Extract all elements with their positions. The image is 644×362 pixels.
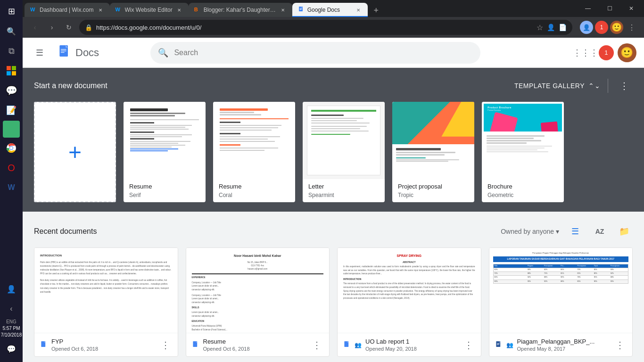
chrome-extension-icon1[interactable]: 👤 <box>547 24 555 31</box>
template-gallery-label: TEMPLATE GALLERY <box>514 82 585 90</box>
docs-header-right: ⋮⋮⋮ 1 🙂 <box>576 43 636 62</box>
hamburger-menu[interactable]: ☰ <box>30 43 49 62</box>
tab-title-wix-dashboard: Dashboard | Wix.com <box>40 7 94 13</box>
resume-serif-thumb <box>124 102 206 179</box>
doc-card-uo-lab[interactable]: SPRAY DRYING ABSTRACT In this experiment… <box>337 247 481 357</box>
apps-button[interactable]: ⋮⋮⋮ <box>576 43 595 62</box>
doc-info-resume: Resume Opened Oct 6, 2018 <box>203 338 307 352</box>
doc-icon-uo-lab <box>343 341 351 349</box>
new-tab-button[interactable]: + <box>370 4 383 17</box>
template-letter-spearmint[interactable]: Letter Spearmint <box>303 102 385 202</box>
doc-more-resume[interactable]: ⋮ <box>310 338 323 352</box>
recent-docs-grid: INTRODUCTION Palm olein (PBF) is an edib… <box>34 247 633 357</box>
svg-rect-0 <box>7 66 11 70</box>
notification-icon[interactable]: 💬 <box>2 339 21 358</box>
tab-close-blogger[interactable]: ✕ <box>279 6 287 14</box>
sticky-notes-icon[interactable]: 📝 <box>2 101 21 120</box>
tab-wix-dashboard[interactable]: W Dashboard | Wix.com ✕ <box>25 3 110 17</box>
folder-view-button[interactable]: 📁 <box>616 223 633 240</box>
chrome-icon[interactable] <box>2 139 21 157</box>
svg-rect-15 <box>61 52 65 53</box>
profile-avatar[interactable]: 👤 <box>580 21 593 34</box>
template-resume-coral[interactable]: Resume Coral <box>213 102 295 202</box>
doc-card-fyp[interactable]: INTRODUCTION Palm olein (PBF) is an edib… <box>34 247 178 357</box>
language-indicator: ENG <box>6 319 17 324</box>
readcube-icon[interactable] <box>3 121 20 138</box>
doc-title-resume: Resume <box>203 338 307 345</box>
doc-card-resume[interactable]: Noor Hasani binti Mohd Kahar No 15, Jala… <box>186 247 330 357</box>
template-blank[interactable]: + Blank <box>34 102 116 202</box>
tab-wix-editor[interactable]: W Wix Website Editor ✕ <box>110 3 189 17</box>
tab-close-wix-dashboard[interactable]: ✕ <box>97 6 104 14</box>
letter-thumb-inner <box>307 106 381 175</box>
template-resume-serif-name: Resume <box>124 179 206 192</box>
doc-info-fyp: FYP Opened Oct 6, 2018 <box>51 338 155 352</box>
wechat-icon[interactable]: 💬 <box>2 81 21 100</box>
opera-icon[interactable]: O <box>2 158 21 177</box>
doc-footer-fyp: FYP Opened Oct 6, 2018 ⋮ <box>34 333 178 356</box>
doc-opened-uo-lab: Opened May 20, 2018 <box>365 346 417 352</box>
doc-more-uo-lab[interactable]: ⋮ <box>462 338 475 352</box>
sort-button[interactable]: AZ <box>591 223 608 240</box>
template-project-name: Project proposal <box>392 179 474 192</box>
header-notification-badge[interactable]: 1 <box>599 45 614 60</box>
svg-rect-21 <box>497 344 500 344</box>
template-resume-serif[interactable]: Resume Serif <box>124 102 206 202</box>
template-resume-coral-name: Resume <box>213 179 295 192</box>
list-view-button[interactable]: ☰ <box>567 223 584 240</box>
microsoft-store-icon[interactable] <box>2 61 21 80</box>
window-controls: — ☐ ✕ <box>577 1 642 16</box>
project-tropic-thumb <box>392 102 474 179</box>
start-button[interactable]: ⊞ <box>2 2 21 21</box>
template-gallery-button[interactable]: TEMPLATE GALLERY ⌃⌄ <box>514 82 600 90</box>
svg-rect-2 <box>7 71 11 75</box>
url-icons: ☆ 👤 📄 <box>537 23 567 32</box>
expand-icon: ⌃⌄ <box>588 82 600 90</box>
doc-more-fyp[interactable]: ⋮ <box>159 338 172 352</box>
people-icon[interactable]: 👤 <box>2 280 21 298</box>
clock: 5:57 PM 7/10/2018 <box>1 325 22 338</box>
svg-point-6 <box>10 147 13 149</box>
template-brochure-geo[interactable]: Product Brochure Product Overview <box>482 102 564 202</box>
search-icon: 🔍 <box>158 48 168 58</box>
recent-title: Recent documents <box>34 227 501 236</box>
title-bar: W Dashboard | Wix.com ✕ W Wix Website Ed… <box>23 0 644 17</box>
template-project-tropic[interactable]: Project proposal Tropic <box>392 102 474 202</box>
owned-dropdown[interactable]: Owned by anyone ▾ <box>501 228 559 235</box>
chrome-menu-button[interactable]: ⋮ <box>625 21 638 34</box>
star-icon[interactable]: ☆ <box>537 23 543 32</box>
doc-card-piagam[interactable]: Pernyataan Piagam Pelanggan bagi Bahagia… <box>489 247 633 357</box>
tab-title-google-docs: Google Docs <box>307 7 352 13</box>
search-input[interactable] <box>174 49 473 57</box>
browser-window: W Dashboard | Wix.com ✕ W Wix Website Ed… <box>23 0 644 362</box>
back-button[interactable]: ‹ <box>28 21 41 34</box>
plus-icon: + <box>68 139 82 165</box>
doc-more-piagam[interactable]: ⋮ <box>613 338 627 352</box>
tab-close-wix-editor[interactable]: ✕ <box>175 6 183 14</box>
url-bar[interactable]: 🔒 https://docs.google.com/document/u/0/ … <box>79 20 572 35</box>
docs-search-bar[interactable]: 🔍 <box>150 42 480 64</box>
docs-logo-icon <box>57 45 72 60</box>
wps-writer-icon[interactable]: W <box>2 178 21 197</box>
forward-button[interactable]: › <box>45 21 58 34</box>
maximize-button[interactable]: ☐ <box>599 1 620 16</box>
docs-logo: Docs <box>57 45 99 60</box>
tab-blogger[interactable]: B Blogger: Kahar's Daughter - Edit... ✕ <box>189 3 292 17</box>
tab-close-google-docs[interactable]: ✕ <box>355 6 362 14</box>
close-button[interactable]: ✕ <box>620 1 642 16</box>
back-icon[interactable]: ‹ <box>2 299 21 318</box>
chrome-extension-icon2[interactable]: 📄 <box>559 24 567 31</box>
profile-pic[interactable]: 🙂 <box>610 21 623 34</box>
search-taskbar-button[interactable]: 🔍 <box>2 22 21 41</box>
task-view-button[interactable]: ⧉ <box>2 41 21 60</box>
shared-icon-uo-lab: 👥 <box>355 342 362 348</box>
reload-button[interactable]: ↻ <box>62 21 75 34</box>
user-avatar[interactable]: 🙂 <box>618 43 636 62</box>
docs-content: ☰ Docs 🔍 ⋮⋮⋮ 1 🙂 <box>23 38 644 362</box>
doc-icon-fyp <box>40 341 48 349</box>
tab-google-docs[interactable]: Google Docs ✕ <box>292 3 368 17</box>
doc-thumb-uo-lab: SPRAY DRYING ABSTRACT In this experiment… <box>338 248 481 333</box>
notification-badge[interactable]: 1 <box>595 21 608 34</box>
minimize-button[interactable]: — <box>577 1 599 16</box>
templates-more-button[interactable]: ⋮ <box>616 77 633 94</box>
